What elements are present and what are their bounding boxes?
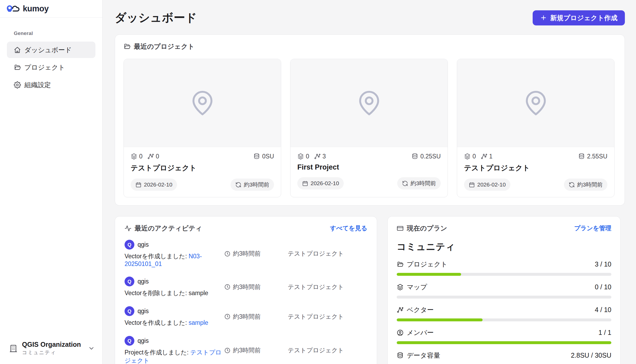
progress-fill [397, 341, 611, 344]
vector-count-value: 3 [323, 153, 326, 160]
sidebar-item-projects[interactable]: プロジェクト [7, 59, 95, 76]
project-name: テストプロジェクト [131, 163, 274, 173]
updated-badge: 約3時間前 [231, 179, 274, 191]
sidebar-item-label: 組織設定 [24, 81, 51, 89]
usage-top: データ容量 2.8SU / 30SU [397, 351, 611, 360]
usage-value: 3 / 10 [595, 260, 611, 268]
refresh-icon [402, 180, 408, 187]
activity-project: テストプロジェクト [288, 250, 367, 258]
project-badges: 2026-02-10 約3時間前 [131, 179, 274, 191]
database-icon [253, 153, 260, 160]
vector-count: 0 [147, 153, 159, 160]
date-badge: 2026-02-10 [131, 179, 177, 191]
activity-time: 約3時間前 [224, 250, 288, 258]
plan-name: コミュニティ [397, 241, 611, 253]
manage-plan-link[interactable]: プランを管理 [574, 224, 611, 232]
sidebar: kumoy General ダッシュボード プロジェクト 組織設定 QGIS O… [0, 0, 103, 364]
new-project-button[interactable]: 新規プロジェクト作成 [533, 10, 625, 25]
activity-username: qgis [138, 337, 149, 344]
org-selector[interactable]: QGIS Organization コミュニティ [0, 334, 102, 364]
usage-label-text: データ容量 [407, 351, 440, 360]
main-content: ダッシュボード 新規プロジェクト作成 最近のプロジェクト [103, 0, 636, 364]
map-count: 0 [131, 153, 143, 160]
plan-header-row: 現在のプラン プランを管理 [397, 224, 611, 233]
project-name: テストプロジェクト [464, 163, 607, 173]
progress-fill [397, 273, 461, 276]
project-info: 0 1 2.55SU テストプロジェクト [457, 147, 614, 197]
usage-top: ベクター 4 / 10 [397, 305, 611, 314]
activity-card: 最近のアクティビティ すべてを見る Q qgis Vectorを作成しました: … [115, 216, 377, 364]
activity-message-text: Projectを作成しました: [125, 349, 190, 356]
activity-header: 最近のアクティビティ [125, 224, 202, 233]
map-count: 0 [297, 153, 309, 160]
activity-header-row: 最近のアクティビティ すべてを見る [125, 224, 367, 233]
progress-track [397, 341, 611, 344]
calendar-icon [302, 180, 308, 187]
storage-usage: 2.55SU [578, 153, 607, 160]
view-all-link[interactable]: すべてを見る [330, 224, 367, 232]
usage-label-text: プロジェクト [407, 260, 448, 269]
usage-item-projects: プロジェクト 3 / 10 [397, 260, 611, 276]
page-title: ダッシュボード [115, 10, 197, 25]
project-card[interactable]: 0 3 0.25SU First Project [290, 59, 448, 197]
project-badges: 2026-02-10 約3時間前 [297, 177, 441, 189]
activity-target-link[interactable]: sample [189, 319, 208, 326]
project-stats: 0 1 2.55SU [464, 153, 607, 160]
sidebar-item-dashboard[interactable]: ダッシュボード [7, 42, 95, 58]
activity-row: Q qgis Projectを作成しました: テストプロジェクト 約3時間前 テ… [125, 331, 367, 364]
layers-icon [397, 284, 404, 291]
activity-detail: Q qgis Vectorを作成しました: N03-20250101_01 [125, 240, 224, 268]
clock-icon [224, 251, 231, 257]
bottom-row: 最近のアクティビティ すべてを見る Q qgis Vectorを作成しました: … [115, 216, 625, 364]
layers-icon [297, 153, 304, 160]
project-thumbnail [290, 59, 448, 147]
progress-fill [397, 318, 483, 321]
usage-top: プロジェクト 3 / 10 [397, 260, 611, 269]
usage-item-storage: データ容量 2.8SU / 30SU [397, 351, 611, 364]
folder-icon [123, 43, 131, 50]
user-circle-icon [397, 329, 404, 336]
clock-icon [224, 284, 231, 290]
date-badge: 2026-02-10 [464, 179, 510, 191]
project-card[interactable]: 0 0 0SU テストプロジェクト [123, 59, 281, 197]
activity-detail: Q qgis Vectorを作成しました: sample [125, 306, 224, 327]
activity-username: qgis [138, 278, 149, 285]
activity-time: 約3時間前 [224, 346, 288, 354]
sidebar-item-org-settings[interactable]: 組織設定 [7, 77, 95, 93]
sidebar-item-label: プロジェクト [24, 63, 65, 72]
brand-logo[interactable]: kumoy [0, 0, 102, 18]
recent-projects-card: 最近のプロジェクト 0 [115, 34, 625, 206]
progress-track [397, 296, 611, 299]
vector-count-value: 0 [156, 153, 159, 160]
project-card[interactable]: 0 1 2.55SU テストプロジェクト [457, 59, 615, 197]
activity-project: テストプロジェクト [288, 346, 367, 354]
project-info: 0 3 0.25SU First Project [290, 147, 448, 196]
date-badge-value: 2026-02-10 [311, 180, 339, 187]
activity-username: qgis [138, 308, 149, 315]
project-info: 0 0 0SU テストプロジェクト [124, 147, 281, 197]
usage-top: メンバー 1 / 1 [397, 328, 611, 337]
storage-usage-value: 0SU [262, 153, 274, 160]
project-tiles: 0 0 0SU テストプロジェクト [123, 59, 616, 197]
clock-icon [224, 347, 231, 354]
folder-open-icon [14, 64, 21, 71]
usage-value: 4 / 10 [595, 306, 611, 314]
usage-label: マップ [397, 283, 427, 291]
map-count-value: 0 [139, 153, 143, 160]
map-count-value: 0 [306, 153, 309, 160]
vector-count-value: 1 [489, 153, 493, 160]
activity-message-text: Vectorを削除しました: sample [125, 290, 208, 296]
activity-message: Projectを作成しました: テストプロジェクト [125, 348, 224, 364]
plus-icon [540, 14, 547, 21]
activity-row: Q qgis Vectorを作成しました: sample 約3時間前 テストプロ… [125, 302, 367, 331]
org-plan: コミュニティ [22, 349, 84, 356]
usage-list: プロジェクト 3 / 10 マップ 0 / 10 [397, 260, 611, 364]
updated-badge-value: 約3時間前 [410, 180, 436, 187]
activity-row: Q qgis Vectorを作成しました: N03-20250101_01 約3… [125, 235, 367, 272]
activity-time-value: 約3時間前 [233, 313, 261, 321]
activity-message: Vectorを削除しました: sample [125, 289, 224, 297]
usage-item-maps: マップ 0 / 10 [397, 283, 611, 299]
vector-count: 3 [314, 153, 326, 160]
database-icon [397, 352, 404, 359]
app-root: kumoy General ダッシュボード プロジェクト 組織設定 QGIS O… [0, 0, 636, 364]
